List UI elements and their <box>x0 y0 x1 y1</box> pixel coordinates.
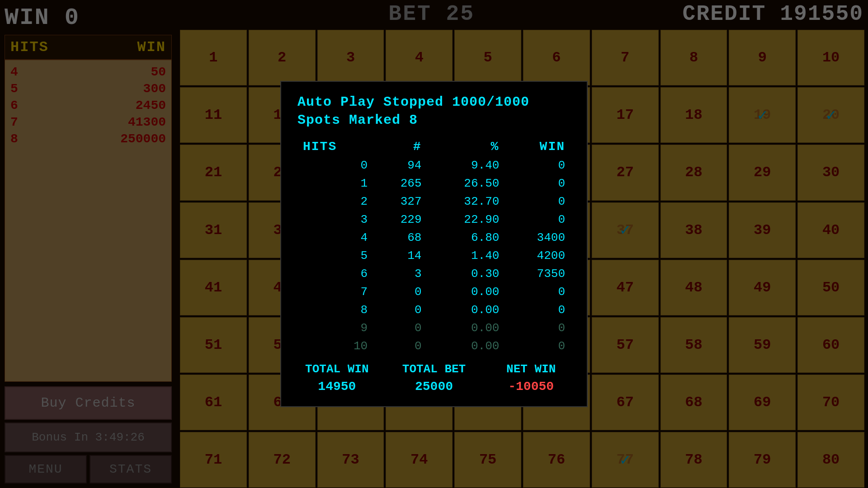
col-num: # <box>373 137 427 156</box>
modal-row: 5141.404200 <box>297 247 571 265</box>
modal-row: 322922.900 <box>297 211 571 229</box>
modal-row: 126526.500 <box>297 174 571 192</box>
net-win-label: NET WIN <box>491 362 571 376</box>
total-win-label: TOTAL WIN <box>297 362 377 376</box>
modal-overlay: Auto Play Stopped 1000/1000 Spots Marked… <box>0 0 868 488</box>
total-win-value: 14950 <box>297 380 377 394</box>
modal-row: 800.000 <box>297 301 571 319</box>
modal-totals: TOTAL WIN TOTAL BET NET WIN 14950 25000 … <box>297 362 571 394</box>
total-bet-label: TOTAL BET <box>395 362 474 376</box>
modal-row: 232732.700 <box>297 192 571 211</box>
autoplay-results-modal: Auto Play Stopped 1000/1000 Spots Marked… <box>280 81 588 407</box>
net-win-value: -10050 <box>491 380 571 394</box>
results-table: HITS # % WIN 0949.400126526.500232732.70… <box>297 137 571 355</box>
modal-row: 700.000 <box>297 283 571 301</box>
modal-title: Auto Play Stopped 1000/1000 <box>297 94 571 110</box>
modal-subtitle: Spots Marked 8 <box>297 113 571 128</box>
modal-row: 900.000 <box>297 319 571 337</box>
modal-row: 1000.000 <box>297 337 571 355</box>
total-bet-value: 25000 <box>395 380 474 394</box>
modal-row: 630.307350 <box>297 265 571 283</box>
modal-row: 0949.400 <box>297 156 571 174</box>
col-win: WIN <box>505 137 571 156</box>
col-pct: % <box>427 137 505 156</box>
modal-row: 4686.803400 <box>297 229 571 247</box>
col-hits: HITS <box>297 137 373 156</box>
